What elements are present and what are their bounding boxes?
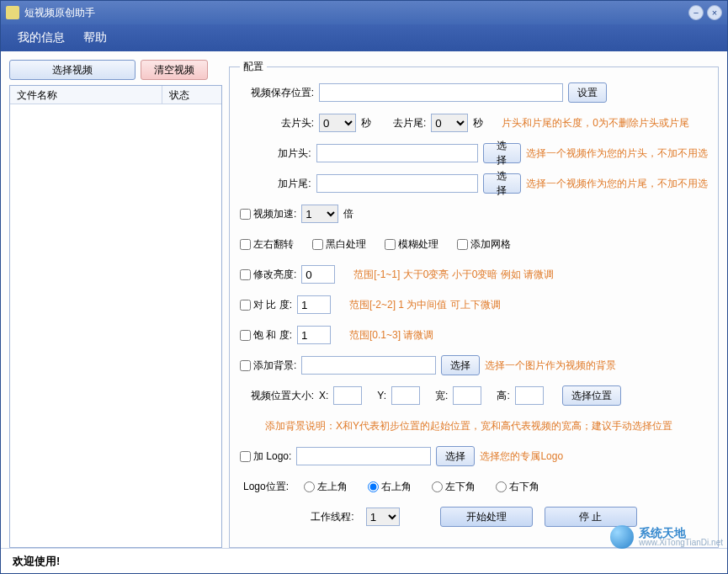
w-label: 宽: — [435, 389, 448, 403]
contrast-checkbox[interactable] — [240, 300, 251, 311]
grid-label: 添加网格 — [470, 237, 511, 252]
col-status: 状态 — [162, 86, 221, 104]
speed-unit: 倍 — [343, 207, 353, 221]
w-input[interactable] — [453, 386, 481, 405]
brightness-checkbox[interactable] — [240, 269, 251, 280]
pos-bl-radio[interactable] — [432, 481, 443, 492]
contrast-hint: 范围[-2~2] 1 为中间值 可上下微调 — [349, 298, 501, 312]
status-text: 欢迎使用! — [13, 554, 60, 569]
blur-checkbox[interactable] — [385, 239, 396, 250]
logo-hint: 选择您的专属Logo — [480, 449, 563, 464]
logo-pos-label: Logo位置: — [240, 480, 289, 494]
minimize-button[interactable]: − — [688, 5, 704, 20]
trim-head-unit: 秒 — [361, 116, 371, 130]
menu-help[interactable]: 帮助 — [83, 30, 107, 45]
x-input[interactable] — [333, 386, 362, 405]
add-head-input[interactable] — [316, 144, 478, 162]
watermark-cn: 系统天地 — [639, 527, 723, 539]
stop-button[interactable]: 停 止 — [545, 507, 637, 527]
choose-bg-button[interactable]: 选择 — [441, 355, 480, 375]
blur-label: 模糊处理 — [398, 237, 438, 252]
bg-input[interactable] — [301, 356, 436, 375]
add-tail-label: 加片尾: — [240, 177, 311, 191]
watermark-icon — [610, 525, 634, 549]
contrast-label: 对 比 度: — [253, 298, 292, 312]
saturation-input[interactable] — [297, 326, 331, 344]
pos-br-label: 右下角 — [509, 480, 539, 494]
logo-label: 加 Logo: — [253, 449, 291, 464]
close-button[interactable]: × — [707, 5, 722, 20]
brightness-input[interactable] — [301, 265, 335, 284]
flip-checkbox[interactable] — [240, 239, 251, 250]
h-label: 高: — [497, 389, 509, 403]
threads-label: 工作线程: — [311, 510, 353, 524]
set-path-button[interactable]: 设置 — [568, 82, 607, 103]
col-filename: 文件名称 — [10, 86, 162, 104]
trim-tail-label: 去片尾: — [393, 116, 426, 130]
start-button[interactable]: 开始处理 — [440, 507, 533, 527]
menu-my-info[interactable]: 我的信息 — [18, 30, 65, 45]
bg-checkbox[interactable] — [240, 360, 251, 371]
trim-hint: 片头和片尾的长度，0为不删除片头或片尾 — [502, 116, 689, 130]
save-path-label: 视频保存位置: — [240, 86, 314, 100]
pos-bl-label: 左下角 — [445, 480, 476, 494]
y-label: Y: — [377, 390, 386, 401]
window-title: 短视频原创助手 — [24, 6, 685, 20]
flip-label: 左右翻转 — [253, 237, 294, 252]
trim-tail-unit: 秒 — [473, 116, 483, 130]
brightness-hint: 范围[-1~1] 大于0变亮 小于0变暗 例如 请微调 — [353, 268, 554, 282]
pos-br-radio[interactable] — [496, 481, 507, 492]
save-path-input[interactable] — [319, 83, 563, 102]
speed-select[interactable]: 1 — [301, 205, 338, 223]
pos-tr-radio[interactable] — [368, 481, 379, 492]
threads-select[interactable]: 1 — [366, 508, 400, 526]
speed-label: 视频加速: — [253, 207, 296, 221]
bg-label: 添加背景: — [253, 359, 296, 373]
contrast-input[interactable] — [297, 295, 331, 314]
bw-checkbox[interactable] — [312, 239, 323, 250]
app-icon — [6, 6, 19, 19]
pos-tl-label: 左上角 — [317, 480, 348, 494]
clear-video-button[interactable]: 清空视频 — [141, 60, 208, 80]
watermark-en: www.XiTongTianDi.net — [639, 539, 723, 547]
speed-checkbox[interactable] — [240, 209, 251, 220]
choose-tail-button[interactable]: 选择 — [483, 173, 521, 194]
bg-hint: 选择一个图片作为视频的背景 — [485, 359, 616, 373]
y-input[interactable] — [391, 386, 420, 405]
choose-logo-button[interactable]: 选择 — [436, 446, 475, 466]
trim-head-label: 去片头: — [240, 116, 314, 130]
add-tail-input[interactable] — [316, 174, 478, 193]
saturation-hint: 范围[0.1~3] 请微调 — [349, 328, 433, 343]
add-head-hint: 选择一个视频作为您的片头，不加不用选 — [526, 146, 708, 161]
trim-tail-select[interactable]: 0 — [431, 114, 468, 132]
bw-label: 黑白处理 — [326, 237, 366, 252]
brightness-label: 修改亮度: — [253, 268, 296, 282]
select-pos-button[interactable]: 选择位置 — [562, 385, 621, 406]
saturation-checkbox[interactable] — [240, 330, 251, 341]
select-video-button[interactable]: 选择视频 — [9, 60, 136, 80]
vpos-label: 视频位置大小: — [240, 389, 314, 403]
trim-head-select[interactable]: 0 — [319, 114, 356, 132]
watermark: 系统天地 www.XiTongTianDi.net — [610, 525, 723, 549]
saturation-label: 饱 和 度: — [253, 328, 292, 343]
pos-tl-radio[interactable] — [304, 481, 315, 492]
pos-tr-label: 右上角 — [381, 480, 412, 494]
bg-note: 添加背景说明：X和Y代表初步位置的起始位置，宽和高代表视频的宽高；建议手动选择位… — [265, 419, 672, 433]
x-label: X: — [319, 390, 328, 401]
logo-checkbox[interactable] — [240, 451, 251, 462]
h-input[interactable] — [515, 386, 544, 405]
add-tail-hint: 选择一个视频作为您的片尾，不加不用选 — [526, 177, 708, 191]
add-head-label: 加片头: — [240, 146, 311, 161]
choose-head-button[interactable]: 选择 — [483, 143, 521, 163]
config-legend: 配置 — [240, 60, 267, 74]
file-table: 文件名称 状态 — [9, 85, 222, 548]
logo-input[interactable] — [296, 447, 431, 465]
grid-checkbox[interactable] — [457, 239, 468, 250]
